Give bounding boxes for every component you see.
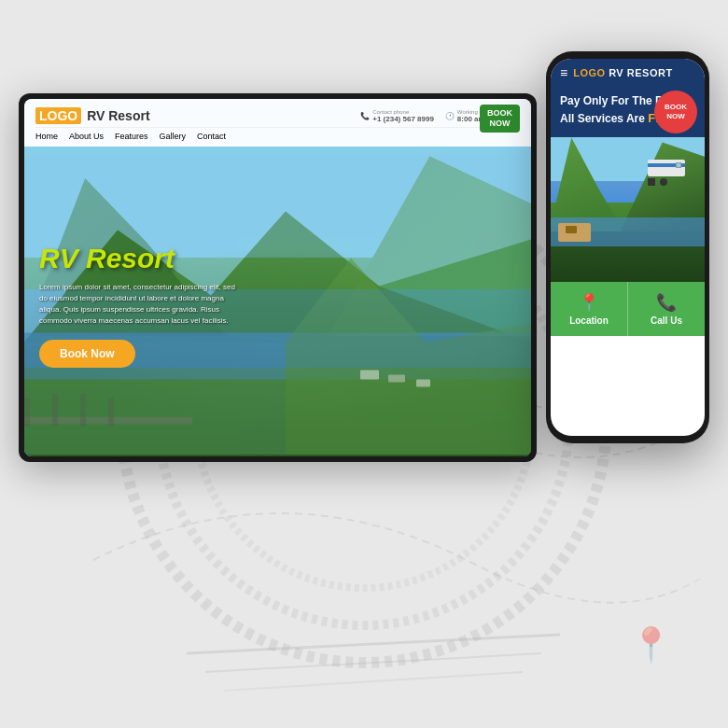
fade-bottom [0, 672, 728, 728]
book-line2: NOW [487, 119, 512, 129]
hours-icon: 🕐 [445, 112, 455, 120]
mobile-mockup: ≡ LOGO RV RESORT Pay Only For The Place … [546, 51, 709, 443]
fade-top [0, 0, 728, 56]
mobile-book-now-button[interactable]: BOOK NOW [654, 91, 697, 133]
desktop-overlay: RV Resort Lorem ipsum dolor sit amet, co… [24, 147, 531, 456]
mobile-bottom-bar: 📍 Location 📞 Call Us [551, 282, 705, 336]
logo-text: RV Resort [87, 108, 149, 123]
rv-wheels [648, 178, 690, 186]
svg-line-3 [187, 635, 560, 653]
nav-gallery[interactable]: Gallery [160, 132, 187, 141]
desktop-header-top: LOGO RV Resort 📞 Contact phone +1 (234) … [35, 105, 520, 128]
rv-caravan-body [648, 160, 685, 176]
mobile-location-button[interactable]: 📍 Location [551, 282, 628, 336]
contact-phone-number: +1 (234) 567 8999 [372, 115, 434, 123]
nav-contact[interactable]: Contact [197, 132, 226, 141]
mobile-screen: ≡ LOGO RV RESORT Pay Only For The Place … [551, 59, 705, 436]
phone-call-icon: 📞 [656, 292, 677, 313]
mobile-header: ≡ LOGO RV RESORT [551, 59, 705, 87]
mobile-logo-highlight: LOGO [573, 67, 605, 78]
mobile-logo: LOGO RV RESORT [573, 67, 672, 78]
mobile-book-line1: BOOK [665, 103, 687, 112]
location-pin-decoration: 📍 [630, 625, 667, 672]
desktop-hero-subtitle: Lorem ipsum dolor sit amet, consectetur … [39, 282, 245, 327]
rv-wheel-2 [660, 178, 667, 186]
contact-phone: 📞 Contact phone +1 (234) 567 8999 [360, 109, 434, 123]
mobile-hero-image [551, 137, 705, 282]
desktop-hero-title: RV Resort [39, 243, 516, 274]
nav-features[interactable]: Features [115, 132, 148, 141]
desktop-hero-cta-button[interactable]: Book Now [39, 340, 135, 368]
logo-highlight: LOGO [35, 107, 81, 124]
rv-caravan-window [676, 162, 681, 168]
desktop-logo: LOGO RV Resort [35, 108, 150, 123]
rv-caravan [648, 160, 690, 180]
patio-table [566, 226, 577, 233]
desktop-screen: LOGO RV Resort 📞 Contact phone +1 (234) … [24, 99, 531, 456]
hamburger-icon[interactable]: ≡ [560, 66, 567, 79]
mobile-promo-line2-text: All Services Are [560, 112, 645, 125]
mobile-book-line2: NOW [665, 112, 687, 121]
mobile-promo-section: Pay Only For The Place All Services Are … [551, 87, 705, 137]
desktop-nav: Home About Us Features Gallery Contact [35, 128, 520, 141]
rv-wheel-1 [648, 178, 655, 186]
desktop-mockup: LOGO RV Resort 📞 Contact phone +1 (234) … [19, 93, 537, 462]
desktop-header: LOGO RV Resort 📞 Contact phone +1 (234) … [24, 99, 531, 147]
location-label: Location [569, 315, 609, 326]
location-icon: 📍 [579, 292, 599, 313]
desktop-hero: RV Resort Lorem ipsum dolor sit amet, co… [24, 147, 531, 456]
nav-home[interactable]: Home [35, 132, 58, 141]
book-line1: BOOK [487, 108, 512, 119]
phone-icon: 📞 [360, 112, 370, 120]
nav-about[interactable]: About Us [69, 132, 104, 141]
desktop-book-now-badge[interactable]: BOOK NOW [480, 105, 520, 133]
mobile-callus-button[interactable]: 📞 Call Us [628, 282, 705, 336]
svg-line-4 [205, 653, 541, 672]
mobile-logo-text: RV RESORT [609, 67, 672, 78]
patio-deck [558, 223, 591, 242]
callus-label: Call Us [651, 315, 682, 326]
